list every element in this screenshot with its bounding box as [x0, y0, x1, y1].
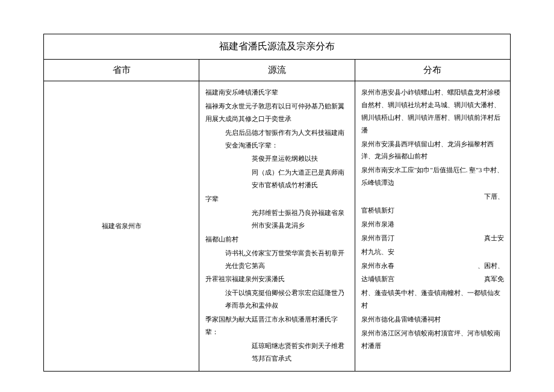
- cell-province: 福建省泉州市: [44, 81, 199, 372]
- origin-line: 福都山前村: [205, 233, 348, 246]
- header-distribution: 分布: [355, 60, 510, 81]
- cell-origin: 福建南安乐峰镇潘氏字辈福禄寿文永世元子敦思有以日可仲孙基乃贻新翼用展大成尚其修之…: [199, 81, 355, 372]
- origin-line: 福建南安乐峰镇潘氏字辈: [205, 86, 348, 99]
- distribution-line: 达埔镇新宫真军免: [361, 273, 504, 285]
- header-origin: 源流: [199, 60, 355, 81]
- distribution-line: 泉州市晋汀真士安: [361, 232, 504, 244]
- cell-distribution: 泉州市惠安县小岞镇螺山村、螺阳镇盘龙村涂楼自然村、辋川镇社坑村走马城、辋川镇大潘…: [355, 81, 510, 372]
- distribution-line: 泉州市安溪县西坪镇留山村、龙涓乡福黎村西洋、龙涓乡福都山前村: [361, 138, 504, 163]
- header-province: 省市: [44, 60, 199, 81]
- origin-line: 诗书礼义传家宝万世荣华富贵长吾初章开光仕贵它第高: [205, 247, 348, 272]
- origin-line: 先启后品德才智振作有为人文科技福建南安金淘潘氏字辈：: [205, 126, 348, 152]
- distribution-line: 泉州市洛江区河市镇蛟南村顶官坪、河市镇蛟南村潘厝: [361, 327, 504, 352]
- distribution-line: 泉州市德化县雷峰镇潘祠村: [361, 313, 504, 326]
- genealogy-table: 福建省潘氏源流及宗亲分布 省市 源流 分布 福建省泉州市 福建南安乐峰镇潘氏字辈…: [43, 34, 511, 372]
- origin-line: 汝干以慎克挺伯卿候公君宗宏启廷隆世乃孝而恭允和盂仲叔: [205, 287, 348, 312]
- table-title: 福建省潘氏源流及宗亲分布: [44, 34, 511, 60]
- distribution-line: 泉州市永春、囷村、: [361, 260, 504, 272]
- origin-line: 季家国猷为献大廷晋江市永和镇潘厝村潘氏字辈：: [205, 313, 348, 338]
- origin-line: 廷琼昭继志贤哲实作则天子维君笃邦百官承式: [205, 340, 348, 365]
- origin-line: 英俊开皇运乾纲赖以扶: [205, 152, 348, 165]
- origin-line: 福禄寿文永世元子敦思有以日可仲孙基乃贻新翼用展大成尚其修之口于奕世承: [205, 100, 348, 125]
- distribution-line: 村九坑、安: [361, 246, 504, 258]
- distribution-line: 泉州市泉港: [361, 218, 504, 231]
- distribution-line: 下厝、: [361, 190, 504, 203]
- distribution-line: 泉州市惠安县小岞镇螺山村、螺阳镇盘龙村涂楼自然村、辋川镇社坑村走马城、辋川镇大潘…: [361, 86, 504, 137]
- distribution-line: 官桥镇新灯: [361, 204, 504, 217]
- origin-line: 同（成）仁为大道正已是真师南安市官桥镇成竹村潘氏: [205, 166, 348, 191]
- origin-line: 字辈: [205, 193, 348, 205]
- origin-line: 升霍祖宗福建泉州安溪潘氏: [205, 273, 348, 285]
- distribution-line: 村、蓬壶镇美中村、蓬壶镇南幢村、一都镇仙友村: [361, 287, 504, 312]
- distribution-line: 泉州市南安水工应"如巾"后值描厄仁. 壑"3 中村、乐峰镇潭边: [361, 164, 504, 189]
- origin-line: 光邦维哲士振祖乃良孙福建省泉州市安溪县龙涓乡: [205, 207, 348, 232]
